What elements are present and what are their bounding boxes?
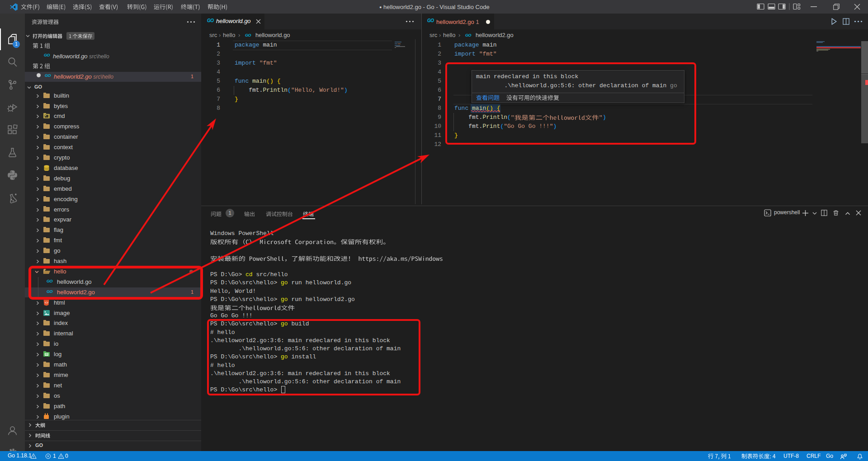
svg-text:<>: <> <box>45 301 48 304</box>
